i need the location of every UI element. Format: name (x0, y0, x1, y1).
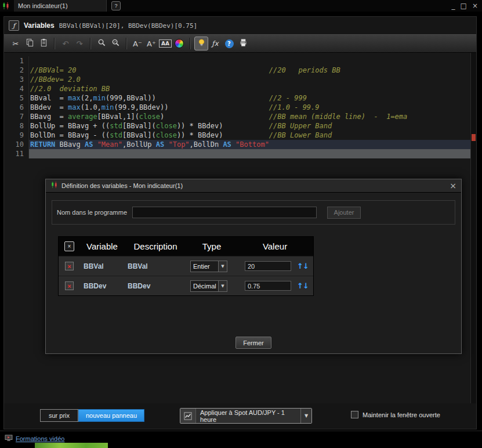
code-text (29, 149, 471, 158)
scissors-icon: ✂ (13, 39, 19, 48)
copy-icon (26, 38, 34, 49)
move-up-button[interactable]: ↑ (297, 281, 303, 290)
cut-button[interactable]: ✂ (9, 37, 23, 50)
keep-open-checkbox[interactable] (351, 411, 358, 418)
variables-bar[interactable]: ƒ Variables BBVal(BBVal)[20], BBDev(BBDe… (4, 17, 476, 34)
toolbar-separator (126, 38, 127, 49)
chevron-down-icon: ▼ (300, 409, 311, 423)
font-increase-icon: A⁺ (147, 39, 156, 48)
color-wheel-icon (175, 39, 184, 48)
variables-table-body: ×BBValBBValEntier▼↑↓×BBDevBBDevDécimal▼↑… (59, 256, 313, 295)
fermer-button[interactable]: Fermer (235, 337, 271, 349)
code-text: BBval = max(2,min(999,BBval)) //2 - 999 (29, 93, 471, 103)
edit-variables-icon: ƒ (9, 20, 19, 31)
code-text: //BBdev= 2.0 (29, 75, 471, 84)
type-select[interactable]: Entier▼ (190, 261, 227, 272)
name-in-program-label: Nom dans le programme (57, 209, 128, 216)
code-line[interactable]: 10RETURN BBavg AS "Mean",BollUp AS "Top"… (4, 140, 476, 149)
document-tab[interactable]: Mon indicateur(1) (14, 0, 107, 12)
chart-icon (180, 409, 196, 423)
syntax-color-button[interactable] (172, 37, 186, 50)
indicator-icon (50, 180, 58, 191)
type-select[interactable]: Décimal▼ (190, 280, 227, 292)
redo-button[interactable]: ↷ (73, 37, 86, 50)
close-dialog-button[interactable]: × (450, 181, 456, 190)
delete-row-button[interactable]: × (65, 262, 74, 270)
search-button[interactable] (95, 37, 108, 50)
code-line[interactable]: 11 (4, 149, 476, 158)
paste-button[interactable] (37, 37, 50, 50)
copy-button[interactable] (23, 37, 37, 50)
footer-controls: sur prix nouveau panneau Appliquer à Spo… (4, 403, 476, 429)
fermer-label: Fermer (243, 339, 263, 346)
type-select-value: Entier (191, 261, 218, 272)
tab-help-icon[interactable]: ? (111, 1, 121, 10)
close-window-button[interactable]: × (472, 2, 478, 10)
keep-open-option: Maintenir la fenêtre ouverte (351, 411, 440, 418)
chevron-down-icon: ▼ (218, 261, 227, 272)
add-variable-panel: Nom dans le programme Ajouter (52, 200, 455, 225)
minimize-button[interactable]: _ (452, 2, 455, 10)
variables-table: × Variable Description Type Valeur ×BBVa… (58, 236, 314, 296)
maximize-button[interactable]: □ (461, 2, 467, 10)
value-input[interactable] (245, 281, 291, 291)
variable-name-input[interactable] (132, 207, 317, 218)
help-button[interactable]: ? (222, 37, 236, 50)
line-number: 2 (4, 66, 29, 75)
undo-button[interactable]: ↶ (59, 37, 73, 50)
header-description: Description (124, 241, 187, 251)
code-line[interactable]: 1 (4, 56, 476, 66)
tab-title: Mon indicateur(1) (18, 2, 68, 9)
variables-definition-dialog: Définition des variables - Mon indicateu… (45, 179, 462, 354)
video-icon (5, 433, 13, 444)
line-number: 3 (4, 75, 29, 84)
sur-prix-button[interactable]: sur prix (40, 409, 78, 422)
add-variable-label: Ajouter (334, 209, 354, 216)
reorder-arrows: ↑↓ (297, 262, 309, 270)
redo-arrow-icon: ↷ (77, 39, 83, 48)
lightbulb-icon (197, 38, 206, 49)
dialog-titlebar: Définition des variables - Mon indicateu… (46, 179, 461, 193)
suggestions-button[interactable] (194, 37, 208, 50)
print-button[interactable] (236, 37, 250, 50)
editor-scrollbar[interactable] (470, 53, 476, 403)
clipboard-icon (39, 38, 48, 49)
variables-summary: BBVal(BBVal)[20], BBDev(BBDev)[0.75] (59, 22, 197, 30)
font-style-button[interactable]: AA (158, 37, 172, 50)
add-variable-button[interactable]: Ajouter (327, 207, 361, 219)
code-line[interactable]: 5BBval = max(2,min(999,BBval)) //2 - 999 (4, 93, 476, 103)
code-line[interactable]: 7BBavg = average[BBval,1](close) //BB me… (4, 112, 476, 121)
code-line[interactable]: 8BollUp = BBavg + ((std[BBval](close)) *… (4, 121, 476, 131)
code-line[interactable]: 4//2.0 deviation BB (4, 84, 476, 93)
line-number: 10 (4, 140, 29, 149)
font-decrease-icon: A⁻ (133, 39, 142, 48)
delete-column-icon: × (64, 241, 74, 251)
nouveau-panneau-label: nouveau panneau (86, 412, 137, 419)
move-down-button[interactable]: ↓ (303, 262, 309, 270)
nouveau-panneau-button[interactable]: nouveau panneau (78, 409, 144, 422)
variable-description-cell: BBVal (124, 262, 187, 270)
line-number: 9 (4, 131, 29, 140)
insert-function-button[interactable]: ƒx (208, 37, 222, 50)
decrease-font-button[interactable]: A⁻ (131, 37, 144, 50)
line-number: 6 (4, 103, 29, 112)
apply-to-dropdown[interactable]: Appliquer à Spot AUD/JPY - 1 heure ▼ (180, 408, 312, 424)
apply-to-label: Appliquer à Spot AUD/JPY - 1 heure (196, 409, 300, 423)
search-replace-button[interactable] (108, 37, 122, 50)
keep-open-label: Maintenir la fenêtre ouverte (363, 411, 440, 418)
increase-font-button[interactable]: A⁺ (144, 37, 158, 50)
move-up-button[interactable]: ↑ (297, 262, 303, 270)
move-down-button[interactable]: ↓ (303, 281, 309, 290)
value-input[interactable] (245, 261, 291, 271)
variable-row: ×BBDevBBDevDécimal▼↑↓ (59, 276, 313, 295)
code-text: BBavg = average[BBval,1](close) //BB mea… (29, 112, 471, 121)
code-line[interactable]: 2//BBVal= 20 //20 periods BB (4, 66, 476, 75)
code-line[interactable]: 9BollDn = BBavg - ((std[BBval](close)) *… (4, 131, 476, 140)
code-lines: 12//BBVal= 20 //20 periods BB3//BBdev= 2… (4, 56, 476, 158)
delete-row-button[interactable]: × (65, 281, 74, 290)
code-line[interactable]: 3//BBdev= 2.0 (4, 75, 476, 84)
toolbar-separator (90, 38, 91, 49)
variables-table-header: × Variable Description Type Valeur (59, 237, 313, 256)
code-line[interactable]: 6BBdev = max(1.0,min(99.9,BBdev)) //1.0 … (4, 103, 476, 112)
line-number: 7 (4, 112, 29, 121)
